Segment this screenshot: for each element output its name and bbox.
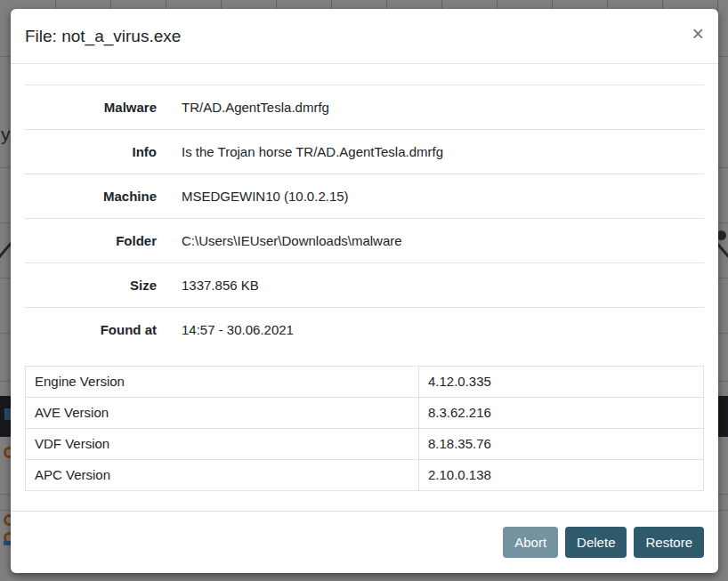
table-row: Machine MSEDGEWIN10 (10.0.2.15) bbox=[25, 174, 704, 219]
table-row: Info Is the Trojan horse TR/AD.AgentTesl… bbox=[25, 130, 704, 174]
engine-version-table: Engine Version 4.12.0.335 AVE Version 8.… bbox=[25, 366, 704, 491]
table-row: APC Version 2.10.0.138 bbox=[26, 460, 704, 491]
delete-button[interactable]: Delete bbox=[565, 527, 627, 558]
version-value: 4.12.0.335 bbox=[418, 367, 703, 398]
detail-label: Malware bbox=[25, 85, 167, 130]
detail-value: TR/AD.AgentTesla.dmrfg bbox=[167, 85, 704, 130]
detail-label: Found at bbox=[25, 308, 167, 352]
table-row: AVE Version 8.3.62.216 bbox=[26, 398, 704, 429]
table-row: Engine Version 4.12.0.335 bbox=[26, 367, 704, 398]
detail-label: Size bbox=[25, 263, 167, 308]
table-row: Malware TR/AD.AgentTesla.dmrfg bbox=[25, 85, 704, 130]
table-row: VDF Version 8.18.35.76 bbox=[26, 429, 704, 460]
table-row: Size 1337.856 KB bbox=[25, 263, 704, 308]
version-label: APC Version bbox=[26, 460, 419, 491]
modal-body: Malware TR/AD.AgentTesla.dmrfg Info Is t… bbox=[11, 64, 718, 511]
detail-label: Machine bbox=[25, 174, 167, 219]
modal-footer: Abort Delete Restore bbox=[11, 511, 718, 573]
detail-value: Is the Trojan horse TR/AD.AgentTesla.dmr… bbox=[167, 130, 704, 174]
abort-button[interactable]: Abort bbox=[503, 527, 558, 558]
table-row: Folder C:\Users\IEUser\Downloads\malware bbox=[25, 219, 704, 263]
restore-button[interactable]: Restore bbox=[634, 527, 704, 558]
modal-header: File: not_a_virus.exe × bbox=[11, 9, 718, 64]
close-icon[interactable]: × bbox=[692, 26, 704, 42]
file-details-modal: File: not_a_virus.exe × Malware TR/AD.Ag… bbox=[11, 9, 718, 573]
detail-value: 14:57 - 30.06.2021 bbox=[167, 308, 704, 352]
modal-title: File: not_a_virus.exe bbox=[25, 24, 181, 48]
detail-value: C:\Users\IEUser\Downloads\malware bbox=[167, 219, 704, 263]
version-value: 8.18.35.76 bbox=[418, 429, 703, 460]
version-label: Engine Version bbox=[26, 367, 419, 398]
detail-label: Info bbox=[25, 130, 167, 174]
detail-label: Folder bbox=[25, 219, 167, 263]
detail-value: MSEDGEWIN10 (10.0.2.15) bbox=[167, 174, 704, 219]
version-value: 8.3.62.216 bbox=[418, 398, 703, 429]
file-detail-table: Malware TR/AD.AgentTesla.dmrfg Info Is t… bbox=[25, 85, 704, 351]
version-label: AVE Version bbox=[26, 398, 419, 429]
version-label: VDF Version bbox=[26, 429, 419, 460]
detail-value: 1337.856 KB bbox=[167, 263, 704, 308]
version-value: 2.10.0.138 bbox=[418, 460, 703, 491]
table-row: Found at 14:57 - 30.06.2021 bbox=[25, 308, 704, 352]
